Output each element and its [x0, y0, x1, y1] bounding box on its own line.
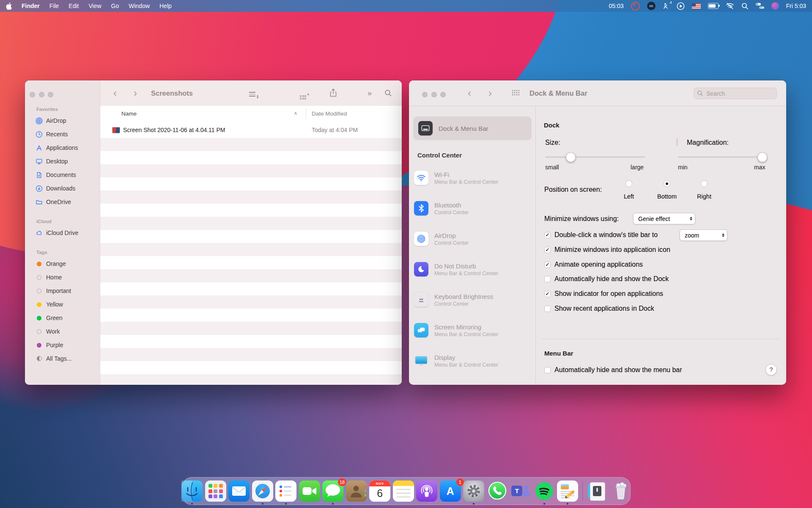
sidebar-item-airdrop[interactable]: AirDropControl Center	[414, 226, 532, 251]
menu-window[interactable]: Window	[129, 3, 150, 9]
search-icon[interactable]	[741, 3, 749, 10]
sort-ascending-icon[interactable]: ∧	[294, 110, 297, 116]
menu-bar-clock[interactable]: Fri 5:03	[786, 3, 806, 9]
dock-textedit-icon[interactable]	[557, 480, 578, 502]
position-bottom-radio[interactable]	[664, 180, 670, 187]
control-center-icon[interactable]	[756, 3, 764, 9]
dock-size-slider[interactable]	[545, 152, 645, 162]
sidebar-item-keyboard-brightness[interactable]: Keyboard BrightnessControl Center	[414, 287, 532, 312]
more-toolbar-items-button[interactable]: »	[368, 89, 372, 98]
magnification-slider-knob[interactable]	[757, 152, 767, 162]
position-right-label[interactable]: Right	[697, 193, 711, 200]
finder-search-button[interactable]	[384, 89, 392, 99]
menu-go[interactable]: Go	[111, 3, 119, 9]
position-bottom-label[interactable]: Bottom	[657, 193, 677, 200]
dock-podcasts-icon[interactable]	[416, 480, 437, 502]
minimize-into-icon-checkbox[interactable]	[544, 247, 551, 253]
preferences-search-field[interactable]	[694, 88, 777, 99]
sidebar-tag-work[interactable]: Work	[25, 325, 100, 338]
position-left-label[interactable]: Left	[624, 193, 634, 200]
zoom-button[interactable]	[440, 92, 446, 97]
dock-safari-icon[interactable]	[252, 480, 273, 502]
menu-file[interactable]: File	[49, 3, 59, 9]
sidebar-item-wifi[interactable]: Wi-FiMenu Bar & Control Center	[414, 165, 532, 190]
search-input[interactable]	[705, 90, 762, 97]
auto-hide-menu-bar-checkbox[interactable]	[544, 367, 551, 373]
sidebar-item-desktop[interactable]: Desktop	[25, 155, 100, 168]
us-flag-icon[interactable]	[692, 3, 701, 9]
option-show-indicator[interactable]: Show indicator for open applications	[544, 288, 663, 299]
size-slider-knob[interactable]	[566, 152, 576, 162]
pomodoro-time[interactable]: 05:03	[609, 3, 623, 9]
battery-icon[interactable]	[708, 3, 719, 9]
magnification-checkbox[interactable]	[677, 138, 678, 146]
dock-documents-icon[interactable]	[587, 480, 608, 502]
dock-app-store-icon[interactable]: 1 A	[440, 480, 461, 502]
minimize-button[interactable]	[39, 92, 44, 97]
group-view-button[interactable]: ▾	[300, 91, 309, 99]
zoom-button[interactable]	[48, 92, 53, 97]
sidebar-item-documents[interactable]: Documents	[25, 168, 100, 182]
dock-microsoft-teams-icon[interactable]: T	[510, 480, 531, 502]
share-icon[interactable]	[329, 88, 337, 99]
show-recent-checkbox[interactable]	[544, 306, 551, 312]
option-show-recent[interactable]: Show recent applications in Dock	[544, 303, 654, 314]
sidebar-tag-important[interactable]: Important	[25, 284, 100, 298]
forward-button[interactable]: ›	[488, 87, 492, 99]
dock-finder-icon[interactable]	[181, 480, 203, 502]
sidebar-item-airdrop[interactable]: AirDrop	[25, 114, 100, 127]
menu-help[interactable]: Help	[159, 3, 172, 9]
sidebar-item-display[interactable]: DisplayMenu Bar & Control Center	[414, 348, 532, 373]
siri-icon[interactable]	[771, 2, 779, 10]
sidebar-tag-home[interactable]: Home	[25, 271, 100, 284]
back-button[interactable]: ‹	[113, 87, 117, 99]
minimize-effect-dropdown[interactable]: Genie effect	[633, 213, 695, 224]
sidebar-tag-green[interactable]: Green	[25, 311, 100, 325]
sidebar-item-dock-menu-bar[interactable]: Dock & Menu Bar	[413, 116, 532, 140]
sidebar-item-do-not-disturb[interactable]: Do Not DisturbMenu Bar & Control Center	[414, 257, 532, 282]
menu-app-name[interactable]: Finder	[22, 3, 40, 9]
close-button[interactable]	[30, 92, 35, 97]
sidebar-tag-yellow[interactable]: Yellow	[25, 298, 100, 311]
dock-messages-icon[interactable]: 18	[322, 480, 343, 502]
option-animate-opening[interactable]: Animate opening applications	[544, 259, 643, 270]
sidebar-tag-purple[interactable]: Purple	[25, 338, 100, 352]
sidebar-all-tags[interactable]: All Tags...	[25, 352, 100, 365]
show-indicator-checkbox[interactable]	[544, 291, 551, 297]
dock-trash-icon[interactable]	[610, 480, 631, 502]
column-date-modified[interactable]: Date Modified	[312, 110, 347, 117]
list-view-button[interactable]: ▴▾	[249, 91, 258, 99]
auto-hide-dock-checkbox[interactable]	[544, 276, 551, 282]
forward-button[interactable]: ›	[134, 87, 137, 99]
double-click-checkbox[interactable]	[544, 232, 551, 238]
menu-edit[interactable]: Edit	[69, 3, 79, 9]
minimize-button[interactable]	[431, 92, 437, 97]
dock-launchpad-icon[interactable]	[205, 480, 226, 502]
sidebar-tag-orange[interactable]: Orange	[25, 257, 100, 271]
file-row[interactable]: Screen Shot 2020-11-06 at 4.04.11 PM Tod…	[100, 122, 402, 138]
sidebar-item-applications[interactable]: Applications	[25, 141, 100, 155]
dock-mail-icon[interactable]	[228, 480, 250, 502]
magnification-slider[interactable]	[678, 152, 766, 162]
menu-view[interactable]: View	[88, 3, 101, 9]
creative-cloud-icon[interactable]: ∞	[647, 2, 656, 10]
dock-contacts-icon[interactable]	[346, 480, 367, 502]
sidebar-item-recents[interactable]: Recents	[25, 127, 100, 141]
dock-reminders-icon[interactable]	[275, 480, 296, 502]
dock-whatsapp-icon[interactable]	[487, 480, 508, 502]
column-divider[interactable]	[306, 108, 306, 119]
show-all-preferences-icon[interactable]	[512, 90, 519, 99]
titlebar-action-dropdown[interactable]: zoom	[680, 229, 727, 241]
close-button[interactable]	[422, 92, 428, 97]
timer-icon[interactable]	[631, 2, 640, 11]
dock-calendar-icon[interactable]: NOV 6	[369, 480, 390, 502]
option-auto-hide-dock[interactable]: Automatically hide and show the Dock	[544, 273, 669, 284]
sidebar-item-icloud-drive[interactable]: iCloud Drive	[25, 226, 100, 240]
option-auto-hide-menu-bar[interactable]: Automatically hide and show the menu bar	[544, 364, 682, 375]
option-double-click-titlebar[interactable]: Double-click a window's title bar to	[544, 229, 658, 240]
position-left-radio[interactable]	[625, 180, 632, 187]
sidebar-item-bluetooth[interactable]: BluetoothControl Center	[414, 196, 532, 221]
back-button[interactable]: ‹	[468, 87, 471, 99]
play-circle-icon[interactable]	[677, 2, 685, 10]
dock-facetime-icon[interactable]	[299, 480, 320, 502]
